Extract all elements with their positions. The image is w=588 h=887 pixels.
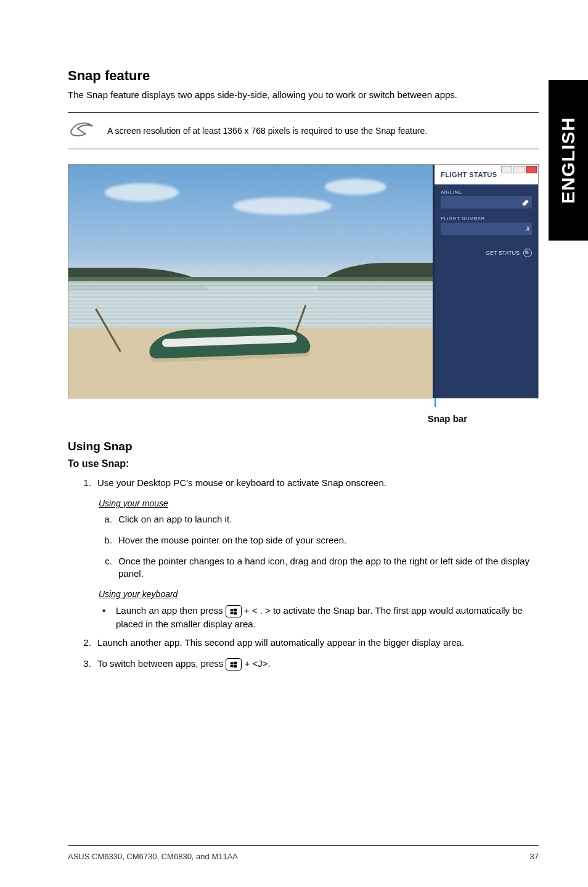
footer-page-number: 37 [530,852,539,861]
snap-figure-main [68,165,435,398]
mouse-step-b: Hover the mouse pointer on the top side … [115,534,539,547]
panel-airline-label: AIRLINE [435,184,538,196]
mouse-step-c: Once the pointer changes to a hand icon,… [115,555,539,580]
snap-bar-label: Snap bar [68,413,539,424]
svg-rect-1 [234,608,237,611]
steps-list-cont: Launch another app. This second app will… [68,637,539,670]
page-footer: ASUS CM6330, CM6730, CM6830, and M11AA 3… [68,845,539,861]
svg-rect-7 [234,665,237,668]
svg-rect-6 [231,665,234,667]
step-3: To switch between apps, press + <J>. [94,658,539,670]
language-tab-text: ENGLISH [558,117,579,204]
snap-figure: FLIGHT STATUS AIRLINE FLIGHT NUMBER # GE… [68,164,539,398]
maximize-icon [513,166,525,173]
to-use-heading: To use Snap: [68,458,539,469]
panel-flight-label: FLIGHT NUMBER [435,211,538,223]
keyboard-subtitle: Using your keyboard [99,589,539,599]
step-1-text: Use your Desktop PC's mouse or keyboard … [97,477,386,488]
step-2: Launch another app. This second app will… [94,637,539,649]
snap-bar-indicator [68,398,539,410]
svg-rect-0 [230,609,233,611]
windows-key-icon [226,658,242,670]
note-row: A screen resolution of at least 1366 x 7… [68,112,539,149]
windows-key-icon [226,605,242,617]
page: ENGLISH Snap feature The Snap feature di… [0,0,588,887]
svg-rect-4 [231,662,234,664]
get-status-text: GET STATUS [486,250,520,256]
using-heading: Using Snap [68,440,539,453]
mouse-step-a: Click on an app to launch it. [115,513,539,526]
mouse-subtitle: Using your mouse [99,498,539,508]
keyboard-step: Launch an app then press + < . > to acti… [100,604,539,630]
steps-list: Use your Desktop PC's mouse or keyboard … [68,477,539,489]
edit-icon [522,199,529,206]
window-controls [501,166,537,173]
panel-get-status: GET STATUS 🔍 [441,249,532,257]
note-text: A screen resolution of at least 1366 x 7… [107,126,427,136]
section-heading: Snap feature [68,68,539,84]
close-icon [526,166,537,173]
step3-post: + <J>. [245,658,271,669]
svg-rect-5 [234,662,237,665]
step3-pre: To switch between apps, press [97,658,226,669]
panel-airline-input [441,196,532,208]
panel-flight-input: # [441,223,532,235]
language-tab: ENGLISH [549,80,588,241]
search-icon: 🔍 [523,249,532,257]
step-1: Use your Desktop PC's mouse or keyboard … [94,477,539,489]
section-intro: The Snap feature displays two apps side-… [68,89,539,101]
minimize-icon [501,166,512,173]
note-hand-icon [68,119,96,142]
kb-pre: Launch an app then press [116,605,226,616]
mouse-steps: Click on an app to launch it. Hover the … [68,513,539,580]
hash-icon: # [526,226,529,233]
keyboard-steps: Launch an app then press + < . > to acti… [68,604,539,630]
svg-rect-3 [234,612,237,615]
svg-rect-2 [230,612,233,614]
snap-figure-panel: FLIGHT STATUS AIRLINE FLIGHT NUMBER # GE… [435,165,538,398]
footer-left: ASUS CM6330, CM6730, CM6830, and M11AA [68,852,238,861]
